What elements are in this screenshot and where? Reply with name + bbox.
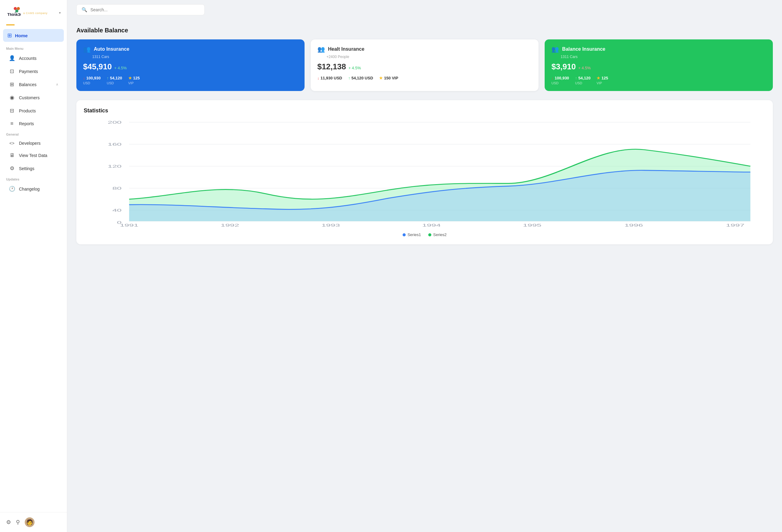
accounts-label: Accounts bbox=[19, 56, 37, 61]
search-box[interactable]: 🔍 bbox=[76, 4, 205, 15]
series1-dot bbox=[402, 233, 406, 236]
health-stats: ↓ 11,930 USD ↑ 54,120 USD ★ 150 VI bbox=[317, 76, 532, 80]
developers-label: Developers bbox=[19, 141, 41, 146]
content-area: Available Balance 👥 Auto Insurance 1311 … bbox=[67, 20, 782, 532]
sidebar-item-settings[interactable]: ⚙ Settings bbox=[2, 162, 65, 175]
sidebar-item-balances[interactable]: ⊞ Balances ∧ bbox=[2, 78, 65, 91]
logo-area[interactable]: Think360 ° a CAMS company ▾ bbox=[0, 0, 67, 23]
auto-subtitle: 1311 Cars bbox=[92, 55, 298, 59]
balances-chevron-icon: ∧ bbox=[56, 82, 58, 86]
svg-text:Think360: Think360 bbox=[7, 12, 21, 17]
nav-home-item[interactable]: ⊞ Home bbox=[3, 29, 64, 42]
health-stat2-arrow: ↑ bbox=[348, 76, 350, 80]
chart-container: 200 160 120 80 40 0 1991 19 bbox=[84, 119, 766, 229]
home-icon: ⊞ bbox=[7, 32, 12, 39]
auto-stat2-arrow: ↑ bbox=[107, 76, 109, 80]
viewtestdata-label: View Test Data bbox=[19, 153, 47, 158]
sidebar-item-accounts[interactable]: 👤 Accounts bbox=[2, 52, 65, 64]
sidebar-item-changelog[interactable]: 🕐 Changelog bbox=[2, 183, 65, 195]
general-label: General bbox=[0, 130, 67, 137]
auto-stat1-label: USD bbox=[83, 81, 101, 85]
svg-text:80: 80 bbox=[112, 186, 121, 190]
sidebar-item-payments[interactable]: ⊡ Payments bbox=[2, 65, 65, 78]
auto-stat2-value: 54,120 bbox=[110, 76, 122, 80]
auto-title: Auto Insurance bbox=[94, 46, 129, 52]
balance-stat2-label: USD bbox=[575, 81, 591, 85]
sidebar-item-products[interactable]: ⊟ Products bbox=[2, 104, 65, 117]
auto-stat3-value: 125 bbox=[133, 76, 140, 80]
reports-icon: ≡ bbox=[8, 120, 15, 127]
card-health-insurance: 👥 Healt Insurance +2400 People $12,138 +… bbox=[311, 39, 539, 91]
balance-subtitle: 1311 Cars bbox=[561, 55, 766, 59]
auto-stat1-arrow: ↓ bbox=[83, 76, 85, 80]
balance-change: + 4.5% bbox=[578, 66, 591, 70]
search-input[interactable] bbox=[91, 7, 200, 12]
cards-row: 👥 Auto Insurance 1311 Cars $45,910 + 4.5… bbox=[76, 39, 773, 91]
viewtestdata-icon: 🖥 bbox=[8, 152, 15, 158]
balance-stat1-value: 100,930 bbox=[555, 76, 569, 80]
card-balance-insurance: 👥 Balance Insurance 1311 Cars $3,910 + 4… bbox=[545, 39, 773, 91]
accounts-icon: 👤 bbox=[8, 55, 15, 61]
svg-text:200: 200 bbox=[108, 120, 121, 124]
logo-svg: Think360 ° bbox=[6, 5, 21, 20]
health-subtitle: +2400 People bbox=[326, 55, 532, 59]
filter-icon[interactable]: ⚲ bbox=[16, 519, 20, 526]
card-auto-insurance: 👥 Auto Insurance 1311 Cars $45,910 + 4.5… bbox=[76, 39, 305, 91]
auto-amount: $45,910 + 4.5% bbox=[83, 62, 298, 71]
settings-bottom-icon[interactable]: ⚙ bbox=[6, 519, 11, 526]
health-change: + 4.5% bbox=[349, 66, 361, 70]
balance-stat2-value: 54,120 bbox=[578, 76, 591, 80]
svg-text:1997: 1997 bbox=[726, 223, 744, 227]
statistics-title: Statistics bbox=[84, 107, 766, 114]
auto-change: + 4.5% bbox=[114, 66, 127, 70]
series2-dot bbox=[428, 233, 431, 236]
health-amount: $12,138 + 4.5% bbox=[317, 62, 532, 71]
auto-icon: 👥 bbox=[83, 45, 91, 53]
chart-legend: Series1 Series2 bbox=[84, 233, 766, 237]
avatar[interactable]: 🧑 bbox=[25, 517, 35, 527]
topbar: 🔍 bbox=[67, 0, 782, 20]
balance-stat3-label: VIP bbox=[597, 81, 608, 85]
statistics-chart: 200 160 120 80 40 0 1991 19 bbox=[84, 119, 766, 229]
sidebar-item-developers[interactable]: <> Developers bbox=[2, 138, 65, 149]
balance-title: Balance Insurance bbox=[562, 46, 605, 52]
svg-text:1993: 1993 bbox=[321, 223, 340, 227]
auto-stat2-label: USD bbox=[107, 81, 122, 85]
reports-label: Reports bbox=[19, 121, 34, 126]
logo-subtitle: a CAMS company bbox=[23, 11, 48, 15]
health-amount-value: $12,138 bbox=[317, 62, 346, 71]
sidebar: Think360 ° a CAMS company ▾ ⊞ Home Main … bbox=[0, 0, 67, 532]
auto-stat3-icon: ★ bbox=[128, 76, 132, 80]
updates-label: Updates bbox=[0, 175, 67, 182]
balance-icon: 👥 bbox=[552, 45, 559, 53]
logo-chevron-icon[interactable]: ▾ bbox=[59, 11, 61, 15]
health-stat3-icon: ★ bbox=[379, 76, 383, 80]
statistics-section: Statistics 200 160 120 80 40 0 bbox=[76, 100, 773, 244]
health-stat2-value: 54,120 USD bbox=[352, 76, 373, 80]
sidebar-item-reports[interactable]: ≡ Reports bbox=[2, 117, 65, 130]
legend-series2: Series2 bbox=[428, 233, 447, 237]
svg-text:40: 40 bbox=[112, 208, 121, 212]
auto-stat1-value: 100,930 bbox=[86, 76, 101, 80]
sidebar-item-viewtestdata[interactable]: 🖥 View Test Data bbox=[2, 149, 65, 162]
settings-icon: ⚙ bbox=[8, 165, 15, 172]
svg-text:120: 120 bbox=[108, 164, 121, 168]
health-title: Healt Insurance bbox=[328, 46, 364, 52]
developers-icon: <> bbox=[8, 141, 15, 146]
balances-label: Balances bbox=[19, 82, 37, 87]
series1-label: Series1 bbox=[407, 233, 421, 237]
balances-icon: ⊞ bbox=[8, 81, 15, 87]
products-label: Products bbox=[19, 108, 36, 113]
svg-text:1995: 1995 bbox=[523, 223, 542, 227]
svg-text:1994: 1994 bbox=[422, 223, 441, 227]
health-stat1-value: 11,930 USD bbox=[320, 76, 342, 80]
settings-label: Settings bbox=[19, 166, 35, 171]
balance-amount-value: $3,910 bbox=[552, 62, 576, 71]
auto-stats: ↓ 100,930 USD ↑ 54,120 USD bbox=[83, 76, 298, 85]
main-content: 🔍 Available Balance 👥 Auto Insurance 131… bbox=[67, 0, 782, 532]
health-icon: 👥 bbox=[317, 45, 325, 53]
customers-icon: ◉ bbox=[8, 94, 15, 101]
search-icon: 🔍 bbox=[81, 7, 87, 12]
sidebar-item-customers[interactable]: ◉ Customers bbox=[2, 91, 65, 104]
svg-text:1996: 1996 bbox=[625, 223, 643, 227]
